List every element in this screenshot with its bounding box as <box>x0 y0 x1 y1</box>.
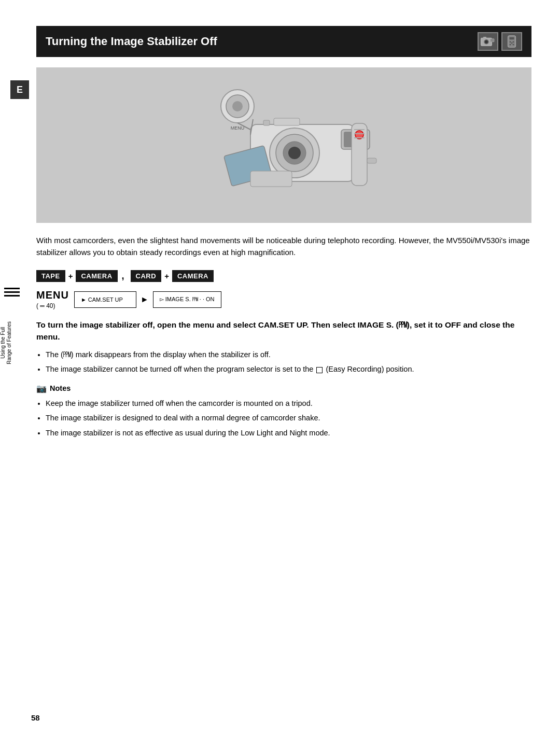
camera-label-1: CAMERA <box>76 270 117 282</box>
svg-rect-23 <box>263 120 270 125</box>
sidebar-vertical-text: Using the Full Range of Features <box>0 321 16 364</box>
mode-bar: TAPE + CAMERA , CARD + CAMERA <box>36 270 531 282</box>
sidebar-text-line2: Range of Features <box>6 321 12 364</box>
svg-point-20 <box>288 147 301 159</box>
note-item-1: Keep the image stabilizer turned off whe… <box>46 398 531 409</box>
svg-point-9 <box>510 44 511 46</box>
menu-label-box: MENU ( ═ 40) <box>36 289 69 309</box>
camcorder-image-area: MENU <box>36 67 531 223</box>
remote-icon <box>504 35 520 48</box>
easy-rec-icon <box>316 367 323 373</box>
svg-text:MENU: MENU <box>230 125 244 131</box>
plus-1: + <box>68 272 73 280</box>
menu-arrow: ► <box>141 295 149 304</box>
svg-rect-4 <box>483 37 486 38</box>
menu-steps: ► CAM.SET UP ► ▻ IMAGE S. ㏙ · · ON <box>74 291 221 308</box>
title-bar: Turning the Image Stabilizer Off <box>36 26 531 57</box>
instruction-text: To turn the image stabilizer off, open t… <box>36 319 531 343</box>
page-title: Turning the Image Stabilizer Off <box>46 35 217 48</box>
card-label: CARD <box>131 270 162 282</box>
title-icons <box>478 32 522 51</box>
svg-rect-3 <box>491 39 495 42</box>
notes-icon: 📷 <box>36 384 47 393</box>
plus-2: + <box>164 272 169 280</box>
note-item-2: The image stabilizer is designed to deal… <box>46 412 531 424</box>
svg-point-2 <box>485 40 488 44</box>
remote-icon-box <box>501 32 522 51</box>
notes-list: Keep the image stabilizer turned off whe… <box>46 398 531 439</box>
note-item-3: The image stabilizer is not as effective… <box>46 427 531 439</box>
camera-label-2: CAMERA <box>172 270 214 282</box>
svg-rect-28 <box>367 158 376 163</box>
notes-label: Notes <box>50 384 71 392</box>
camera-icon-box <box>478 32 498 51</box>
sidebar-text-line1: Using the Full <box>0 327 6 359</box>
menu-word: MENU <box>36 289 69 301</box>
svg-point-14 <box>232 101 243 111</box>
menu-step-2: ▻ IMAGE S. ㏙ · · ON <box>153 291 221 308</box>
svg-rect-34 <box>250 171 292 187</box>
svg-point-7 <box>510 41 511 43</box>
camera-icon <box>480 35 496 48</box>
svg-rect-6 <box>510 37 514 40</box>
menu-ref: ( ═ 40) <box>36 302 55 309</box>
svg-point-8 <box>513 41 514 43</box>
body-text: With most camcorders, even the slightest… <box>36 234 531 259</box>
camcorder-svg: MENU <box>175 78 393 213</box>
menu-step-1: ► CAM.SET UP <box>74 291 136 308</box>
page-number: 58 <box>31 713 40 722</box>
sidebar-line-3 <box>4 295 20 297</box>
sidebar-line-1 <box>4 288 20 289</box>
sidebar-e-box: E <box>10 80 29 99</box>
bullet-item-2: The image stabilizer cannot be turned of… <box>46 363 531 375</box>
main-content: Turning the Image Stabilizer Off <box>31 0 560 748</box>
svg-point-11 <box>511 43 513 44</box>
notes-header: 📷 Notes <box>36 384 531 393</box>
sidebar-line-2 <box>4 291 20 293</box>
bullet-item-1: The (㏙) mark disappears from the display… <box>46 349 531 360</box>
tape-label: TAPE <box>36 270 65 282</box>
mode-comma: , <box>122 271 124 281</box>
svg-rect-24 <box>274 118 300 125</box>
sidebar: E Using the Full Range of Features <box>0 0 31 748</box>
sidebar-lines <box>4 288 20 297</box>
sidebar-e-label: E <box>17 84 23 95</box>
menu-row: MENU ( ═ 40) ► CAM.SET UP ► ▻ IMAGE S. ㏙… <box>36 289 531 309</box>
bullet-list: The (㏙) mark disappears from the display… <box>46 349 531 375</box>
notes-section: 📷 Notes Keep the image stabilizer turned… <box>36 384 531 439</box>
svg-point-10 <box>513 44 514 46</box>
page: E Using the Full Range of Features Turni… <box>0 0 560 748</box>
